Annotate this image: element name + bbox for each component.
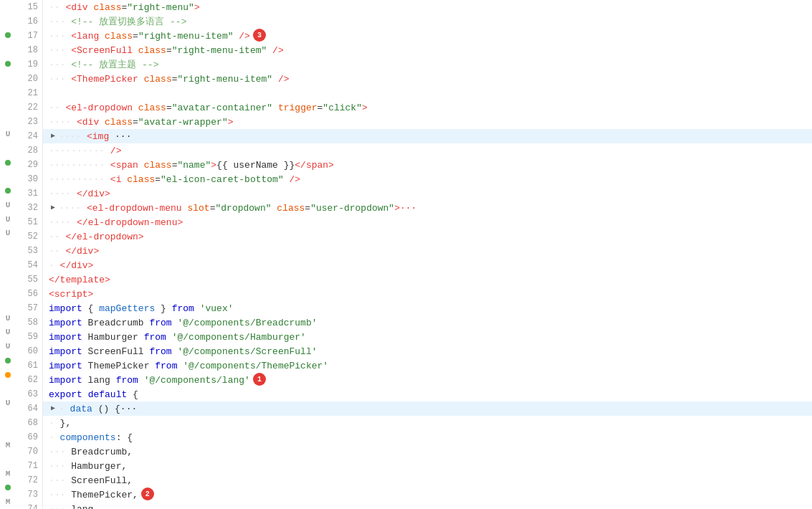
code-line-53: ·· </div> bbox=[43, 244, 812, 258]
line-number: 56 bbox=[16, 287, 42, 301]
git-indicator bbox=[5, 160, 11, 166]
line-number: 59 bbox=[16, 330, 42, 344]
line-number: 69 bbox=[16, 430, 42, 444]
collapse-arrow-64[interactable]: ▶ bbox=[49, 404, 57, 413]
code-area[interactable]: ·· <div class="right-menu"> ··· <!-- 放置切… bbox=[43, 0, 812, 509]
line-number: 17 bbox=[16, 29, 42, 43]
git-indicator bbox=[5, 485, 11, 490]
code-line-60: import ScreenFull from '@/components/Scr… bbox=[43, 344, 812, 358]
gutter-row bbox=[0, 99, 16, 113]
line-number: 28 bbox=[16, 143, 42, 158]
line-number: 21 bbox=[16, 86, 42, 100]
code-line-22: ·· <el-dropdown class="avatar-container"… bbox=[43, 100, 812, 115]
code-line-74: ··· lang bbox=[43, 502, 812, 509]
gutter-row bbox=[0, 0, 16, 14]
gutter-row bbox=[0, 353, 16, 368]
line-number: 19 bbox=[16, 57, 42, 72]
code-line-59: import Hamburger from '@/components/Hamb… bbox=[43, 330, 812, 344]
code-line-28: ·········· /> bbox=[43, 143, 812, 158]
code-line-23: ···· <div class="avatar-wrapper"> bbox=[43, 115, 812, 129]
line-number: 70 bbox=[16, 444, 42, 459]
badge-1: 1 bbox=[253, 373, 266, 386]
code-line-51: ···· </el-dropdown-menu> bbox=[43, 215, 812, 229]
line-number: 68 bbox=[16, 416, 42, 430]
line-number: 30 bbox=[16, 172, 42, 186]
gutter-row bbox=[0, 184, 16, 198]
line-numbers: 15 16 17 18 19 20 21 22 23 24 28 29 30 3… bbox=[16, 0, 43, 509]
line-number: 64 bbox=[16, 401, 42, 416]
line-number: 29 bbox=[16, 158, 42, 172]
gutter-row bbox=[0, 480, 16, 495]
code-line-31: ···· </div> bbox=[43, 186, 812, 201]
code-line-55: </template> bbox=[43, 272, 812, 287]
gutter-row: M bbox=[0, 495, 16, 509]
code-line-58: import Breadcrumb from '@/components/Bre… bbox=[43, 315, 812, 330]
line-number: 20 bbox=[16, 72, 42, 86]
line-number: 63 bbox=[16, 387, 42, 401]
gutter-row bbox=[0, 282, 16, 297]
gutter-row bbox=[0, 297, 16, 311]
line-number: 72 bbox=[16, 473, 42, 487]
gutter-row: M bbox=[0, 467, 16, 481]
code-line-62: import lang from '@/components/lang' 1 bbox=[43, 373, 812, 387]
code-line-52: ·· </el-dropdown> bbox=[43, 229, 812, 244]
code-line-29: ·········· <span class="name">{{ userNam… bbox=[43, 158, 812, 172]
line-number: 16 bbox=[16, 14, 42, 29]
line-number: 61 bbox=[16, 358, 42, 373]
gutter-row bbox=[0, 452, 16, 467]
git-indicator bbox=[5, 32, 11, 38]
collapse-arrow-24[interactable]: ▶ bbox=[49, 132, 57, 141]
gutter-row bbox=[0, 410, 16, 424]
gutter-row: U bbox=[0, 227, 16, 241]
gutter-row bbox=[0, 85, 16, 99]
gutter-row bbox=[0, 141, 16, 156]
gutter-row: U bbox=[0, 325, 16, 340]
gutter-indicators: U U U U U U U U M M M bbox=[0, 0, 16, 509]
code-line-56: <script> bbox=[43, 287, 812, 301]
line-number: 55 bbox=[16, 272, 42, 287]
line-number: 51 bbox=[16, 215, 42, 229]
gutter-row: M bbox=[0, 438, 16, 452]
git-indicator bbox=[5, 188, 11, 194]
code-line-19: ··· <!-- 放置主题 --> bbox=[43, 57, 812, 72]
code-line-21 bbox=[43, 86, 812, 100]
line-number: 22 bbox=[16, 100, 42, 115]
line-number: 74 bbox=[16, 502, 42, 509]
gutter-row: U bbox=[0, 198, 16, 212]
gutter-row bbox=[0, 240, 16, 255]
gutter-row bbox=[0, 71, 16, 85]
line-number: 24 bbox=[16, 129, 42, 143]
gutter-row bbox=[0, 28, 16, 42]
gutter-row bbox=[0, 57, 16, 71]
git-indicator bbox=[5, 372, 11, 378]
gutter-row bbox=[0, 14, 16, 29]
line-number: 31 bbox=[16, 186, 42, 201]
line-number: 60 bbox=[16, 344, 42, 358]
code-line-30: ·········· <i class="el-icon-caret-botto… bbox=[43, 172, 812, 186]
gutter-row bbox=[0, 381, 16, 396]
code-line-61: import ThemePicker from '@/components/Th… bbox=[43, 358, 812, 373]
git-indicator bbox=[5, 358, 11, 363]
badge-2: 2 bbox=[141, 487, 154, 500]
code-line-15: ·· <div class="right-menu"> bbox=[43, 0, 812, 14]
line-number: 23 bbox=[16, 115, 42, 129]
code-line-64: ▶ · data () {··· bbox=[43, 401, 812, 416]
line-number: 15 bbox=[16, 0, 42, 14]
code-line-57: import { mapGetters } from 'vuex' bbox=[43, 301, 812, 315]
code-line-73: ··· ThemePicker, 2 bbox=[43, 487, 812, 502]
line-number: 53 bbox=[16, 244, 42, 258]
collapse-arrow-32[interactable]: ▶ bbox=[49, 204, 57, 212]
editor-container: U U U U U U U U M M M 15 16 17 bbox=[0, 0, 812, 509]
line-number: 57 bbox=[16, 301, 42, 315]
gutter-row bbox=[0, 113, 16, 128]
gutter-row: U bbox=[0, 311, 16, 325]
gutter-row bbox=[0, 42, 16, 57]
gutter-row bbox=[0, 255, 16, 269]
code-line-70: ··· Breadcrumb, bbox=[43, 444, 812, 459]
gutter-row: U bbox=[0, 396, 16, 410]
line-number: 32 bbox=[16, 201, 42, 215]
gutter-row bbox=[0, 269, 16, 283]
line-number: 18 bbox=[16, 43, 42, 57]
line-number: 52 bbox=[16, 229, 42, 244]
badge-3: 3 bbox=[253, 29, 266, 42]
